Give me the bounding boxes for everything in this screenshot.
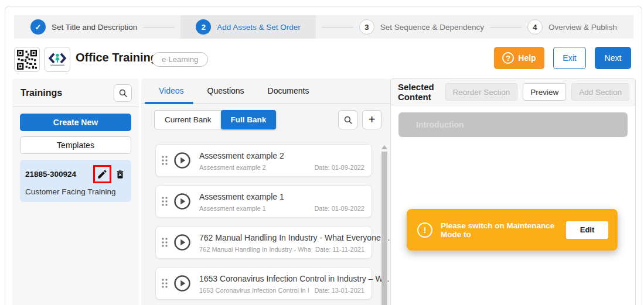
video-list-item[interactable]: 762 Manual Handling In Industry - What E… — [155, 226, 372, 259]
trainings-search-button[interactable] — [114, 84, 132, 102]
app-window: ✓ Set Title and Description 2 Add Assets… — [5, 6, 642, 305]
current-bank-button[interactable]: Current Bank — [154, 110, 222, 129]
full-bank-button[interactable]: Full Bank — [221, 110, 277, 129]
warning-icon: ! — [417, 222, 432, 238]
next-button[interactable]: Next — [595, 47, 631, 69]
training-name: Customer Facing Training — [25, 187, 125, 196]
video-title: 1653 Coronavirus Infection Control in In… — [199, 274, 390, 283]
tab-videos[interactable]: Videos — [147, 78, 196, 103]
video-date: Date: 01-09-2022 — [314, 164, 364, 171]
tab-questions[interactable]: Questions — [196, 78, 256, 103]
drag-handle-icon[interactable] — [161, 196, 169, 207]
section-name: Introduction — [416, 120, 464, 129]
trainings-sidebar: Trainings Create New Templates 21885-300… — [12, 78, 139, 305]
wizard-stepper: ✓ Set Title and Description 2 Add Assets… — [14, 15, 633, 39]
step-number-badge: 3 — [359, 19, 374, 35]
drag-handle-icon[interactable] — [161, 277, 169, 289]
step-number-badge: 4 — [527, 19, 543, 35]
maintenance-mode-toast: ! Please switch on Maintenance Mode to E… — [407, 209, 618, 251]
step-label: Set Sequence & Dependency — [380, 23, 484, 32]
video-subtitle: Assessment example 1 — [199, 205, 309, 212]
stepper-step-2[interactable]: 2 Add Assets & Set Order — [180, 15, 316, 39]
play-icon[interactable] — [173, 234, 191, 251]
video-list-scrollbar[interactable] — [381, 144, 388, 305]
pencil-icon — [97, 169, 108, 180]
video-date: Date: 11-11-2021 — [315, 246, 364, 253]
help-button-label: Help — [518, 53, 536, 63]
preview-button[interactable]: Preview — [523, 83, 566, 101]
video-title: Assessment example 2 — [199, 151, 284, 160]
drag-handle-icon[interactable] — [161, 155, 169, 166]
stepper-step-1[interactable]: ✓ Set Title and Description — [30, 15, 137, 39]
qr-code-image — [14, 47, 40, 72]
help-button[interactable]: ? Help — [494, 47, 544, 69]
exit-button[interactable]: Exit — [553, 47, 586, 69]
video-title: Assessment example 1 — [199, 192, 284, 201]
selected-content-title: Selected Content — [398, 82, 440, 102]
search-icon — [118, 88, 128, 98]
toast-edit-button[interactable]: Edit — [566, 221, 608, 239]
step-label: Add Assets & Set Order — [217, 23, 301, 32]
delete-training-button[interactable] — [115, 169, 125, 180]
highlight-box — [93, 165, 111, 183]
asset-tabs: Videos Questions Documents — [141, 78, 390, 104]
toast-message: Please switch on Maintenance Mode to — [441, 221, 560, 239]
reorder-section-button: Reorder Section — [445, 83, 518, 101]
play-icon[interactable] — [173, 152, 191, 169]
step-label: Overview & Publish — [548, 23, 617, 32]
scrollbar-thumb[interactable] — [381, 152, 387, 305]
create-new-button[interactable]: Create New — [20, 114, 131, 131]
edit-training-button[interactable] — [97, 169, 108, 180]
question-icon: ? — [502, 52, 514, 64]
company-logo-icon — [47, 50, 67, 69]
video-title: 762 Manual Handling In Industry - What E… — [199, 233, 390, 242]
play-icon[interactable] — [173, 193, 191, 210]
video-list: Assessment example 2 Assessment example … — [155, 144, 372, 305]
play-icon[interactable] — [173, 275, 191, 292]
stepper-connector — [490, 27, 522, 28]
step-number-badge: 2 — [196, 19, 211, 35]
video-list-item[interactable]: Assessment example 2 Assessment example … — [155, 144, 372, 177]
qr-code-icon — [17, 50, 37, 70]
video-list-item[interactable]: Assessment example 1 Assessment example … — [155, 185, 372, 218]
company-logo — [45, 47, 70, 72]
stepper-connector — [322, 27, 353, 28]
stepper-connector — [143, 27, 175, 28]
bank-toggle: Current Bank Full Bank — [154, 110, 276, 129]
drag-handle-icon[interactable] — [161, 237, 169, 248]
video-date: Date: 01-09-2022 — [314, 205, 364, 212]
trash-delete-icon — [115, 169, 125, 180]
scroll-up-arrow-icon[interactable] — [381, 145, 387, 149]
add-video-button[interactable]: + — [362, 110, 381, 129]
add-section-button: Add Section — [571, 83, 629, 101]
check-icon: ✓ — [30, 19, 46, 35]
page-header: Office Training e-Learning ? Help Exit N… — [14, 46, 633, 73]
video-list-item[interactable]: 1653 Coronavirus Infection Control in In… — [155, 267, 372, 300]
video-search-button[interactable] — [338, 110, 357, 129]
training-code: 21885-300924 — [25, 170, 93, 179]
video-subtitle: Assessment example 2 — [199, 164, 309, 171]
sidebar-title: Trainings — [21, 88, 62, 98]
video-date: Date: 13-01-2021 — [314, 287, 364, 294]
tab-documents[interactable]: Documents — [256, 78, 321, 103]
selected-content-panel: Selected Content Reorder Section Preview… — [390, 78, 636, 305]
search-icon — [343, 115, 353, 125]
video-subtitle: 762 Manual Handling In Industry - What E… — [199, 246, 311, 253]
page-title: Office Training — [76, 51, 158, 64]
step-label: Set Title and Description — [52, 23, 137, 32]
video-subtitle: 1653 Coronavirus Infection Control in In… — [199, 287, 309, 294]
stepper-step-3[interactable]: 3 Set Sequence & Dependency — [359, 15, 484, 39]
training-list-item[interactable]: 21885-300924 Customer Fac — [20, 160, 131, 202]
stepper-step-4[interactable]: 4 Overview & Publish — [527, 15, 617, 39]
elearning-badge: e-Learning — [152, 52, 208, 67]
asset-bank-panel: Videos Questions Documents Current Bank … — [141, 78, 390, 305]
templates-button[interactable]: Templates — [20, 136, 131, 154]
section-header-introduction: Introduction — [398, 112, 628, 137]
